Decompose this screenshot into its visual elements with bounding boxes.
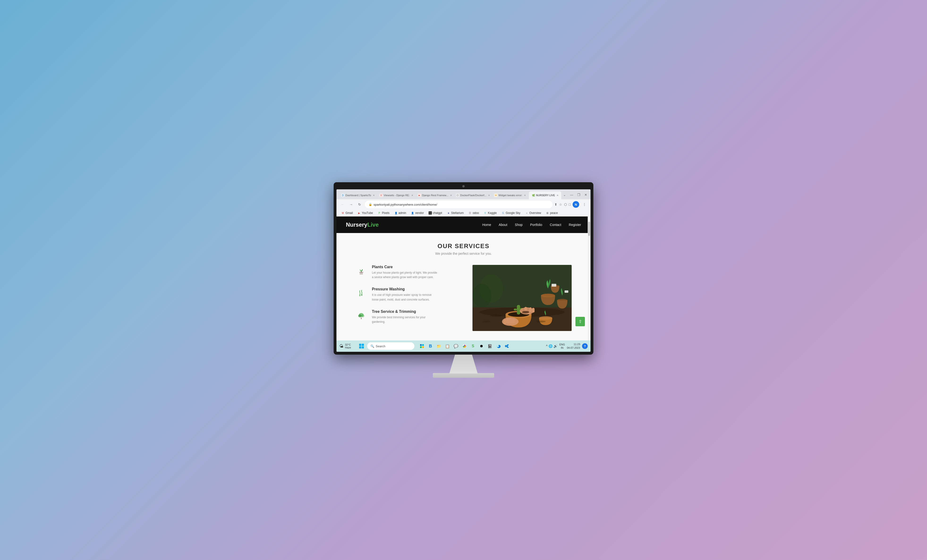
forward-button[interactable]: → (348, 201, 354, 208)
bookmark-icon[interactable]: ☆ (559, 203, 562, 206)
taskbar-apps: B 📁 📋 💬 (418, 342, 511, 350)
svg-point-2 (359, 294, 360, 296)
bookmark-favicon-overview: ○ (525, 211, 529, 215)
taskbar-app-1[interactable] (418, 342, 426, 350)
bookmark-favicon-chatgpt: ⬛ (429, 211, 432, 215)
taskbar-app-edge[interactable] (495, 342, 502, 350)
service-tree-trimming-text: Tree Service & Trimming We provide best … (372, 310, 438, 324)
tab-close-docker[interactable]: ✕ (487, 194, 491, 197)
close-window-icon[interactable]: ✕ (583, 192, 589, 197)
logo-white-text: Nursery (346, 222, 368, 228)
taskbar-app-3[interactable]: 📁 (435, 342, 443, 350)
service-plants-care: Plants Care Let your house plants get pl… (356, 265, 463, 279)
network-icon[interactable]: 🌐 (549, 344, 553, 348)
services-layout: Plants Care Let your house plants get pl… (356, 265, 571, 331)
more-menu-button[interactable]: ⋮ (581, 201, 588, 208)
svg-point-38 (490, 314, 502, 317)
taskbar-condition: Haze (345, 346, 351, 349)
tab-close-django[interactable]: ✕ (449, 194, 453, 197)
profile-button[interactable]: N (573, 201, 579, 208)
bookmark-favicon-vendor: 👤 (411, 211, 414, 215)
site-nav-links: Home About Shop Portfolio Contact Regist… (482, 223, 581, 227)
reload-button[interactable]: ↻ (356, 201, 363, 208)
weather-icon: 🌤 (339, 344, 343, 349)
bookmark-google-sky[interactable]: G Google Sky (500, 211, 522, 215)
bookmark-peace[interactable]: ☮ peace (544, 211, 560, 215)
taskbar-language[interactable]: ENG IN (559, 343, 565, 350)
scrollbar[interactable] (588, 217, 591, 340)
scrollbar-thumb[interactable] (588, 222, 590, 236)
section-title: OUR SERVICES (356, 243, 571, 250)
bookmark-gmail[interactable]: M Gmail (339, 211, 355, 215)
tab-close-nursery[interactable]: ✕ (556, 194, 559, 197)
tab-nursery[interactable]: 🌿 NURSERY LIVE ✕ (529, 191, 561, 199)
services-section: OUR SERVICES We provide the perfect serv… (336, 233, 591, 340)
svg-rect-48 (422, 344, 424, 346)
extensions-icon[interactable]: ⬡ (564, 203, 567, 206)
service-pressure-washing: Pressure Washing It is use of high press… (356, 287, 463, 302)
taskbar-app-6[interactable]: S (469, 342, 477, 350)
profile-picture-icon[interactable]: □ (569, 203, 571, 206)
tab-django[interactable]: ▶ Django Rest Framew... ✕ (415, 191, 453, 199)
nav-shop[interactable]: Shop (515, 223, 523, 227)
service-tree-trimming-desc: We provide best trimming services for yo… (372, 315, 438, 324)
taskbar-app-5[interactable]: 💬 (452, 342, 460, 350)
tab-favicon-viewsets: V (380, 194, 383, 197)
taskbar-app-bing[interactable]: B (427, 342, 434, 350)
taskbar-app-vscode[interactable] (503, 342, 511, 350)
tab-close-widget[interactable]: ✕ (523, 194, 527, 197)
bookmark-odoo[interactable]: O odoo (467, 211, 481, 215)
bookmark-label-vendor: vendor (415, 211, 424, 215)
service-pressure-washing-desc: It is use of high pressure water spray t… (372, 293, 438, 302)
tab-favicon-django: ▶ (418, 194, 421, 197)
nav-register[interactable]: Register (569, 223, 581, 227)
tab-favicon-dashboard: D (341, 194, 345, 197)
svg-point-42 (473, 284, 491, 307)
tab-docker[interactable]: ⬡ DockerFlask/Dockerf... ✕ (453, 191, 491, 199)
taskbar-app-chrome[interactable] (460, 342, 468, 350)
bookmark-label-pixels: Pixels (382, 211, 390, 215)
taskbar-system-icons: ^ 🌐 🔊 (546, 344, 558, 348)
tab-dashboard[interactable]: D Dashboard | SparksTo ✕ (338, 191, 376, 199)
tab-widget[interactable]: W Widget tweaks error: ✕ (491, 191, 529, 199)
minimize-icon[interactable]: — (569, 192, 574, 197)
service-plants-care-title: Plants Care (372, 265, 438, 269)
site-logo: NurseryLive (346, 222, 379, 228)
tab-close-viewsets[interactable]: ✕ (410, 194, 414, 197)
bookmark-favicon-youtube: ▶ (357, 211, 361, 215)
taskbar-help-button[interactable]: ? (582, 343, 588, 349)
restore-icon[interactable]: ❐ (576, 192, 582, 197)
bookmark-pixels[interactable]: P Pixels (376, 211, 392, 215)
section-subtitle: We provide the perfect service for you. (356, 252, 571, 255)
taskbar-app-4[interactable]: 📋 (444, 342, 451, 350)
tab-label-django: Django Rest Framew... (422, 194, 448, 197)
taskbar-app-7[interactable]: ⏺ (478, 342, 485, 350)
bookmark-vendor[interactable]: 👤 vendor (409, 211, 426, 215)
tab-dropdown-icon[interactable]: ⌄ (562, 192, 567, 197)
service-tree-trimming-title: Tree Service & Trimming (372, 310, 438, 314)
bookmark-kaggle[interactable]: K Kaggle (482, 211, 498, 215)
taskbar-app-notes[interactable]: 📓 (486, 342, 494, 350)
chevron-up-icon[interactable]: ^ (546, 344, 547, 348)
nav-home[interactable]: Home (482, 223, 491, 227)
monitor-base (433, 373, 494, 378)
share-icon[interactable]: ⬆ (555, 203, 557, 206)
bookmark-youtube[interactable]: ▶ YouTube (356, 211, 375, 215)
bookmark-favicon-google-sky: G (501, 211, 505, 215)
nav-portfolio[interactable]: Portfolio (530, 223, 542, 227)
bookmark-overview[interactable]: ○ Overview (523, 211, 543, 215)
tab-close-dashboard[interactable]: ✕ (372, 194, 375, 197)
scroll-up-button[interactable]: ⇧ (575, 317, 585, 326)
nav-about[interactable]: About (499, 223, 508, 227)
nav-contact[interactable]: Contact (550, 223, 561, 227)
taskbar-search-box[interactable]: 🔍 Search (367, 342, 414, 350)
start-button[interactable] (358, 342, 365, 350)
tab-label-widget: Widget tweaks error: (498, 194, 522, 197)
url-bar[interactable]: 🔒 sparksniyati.pythonanywhere.com/client… (365, 201, 553, 208)
volume-icon[interactable]: 🔊 (553, 344, 558, 348)
back-button[interactable]: ← (339, 201, 346, 208)
bookmark-admin[interactable]: 👤 admin (392, 211, 408, 215)
bookmark-chatgpt[interactable]: ⬛ chatgpt (427, 211, 444, 215)
tab-viewsets[interactable]: V Viewsets - Django RE: ✕ (377, 191, 414, 199)
bookmark-stellarium[interactable]: ★ Stellarium (445, 211, 465, 215)
